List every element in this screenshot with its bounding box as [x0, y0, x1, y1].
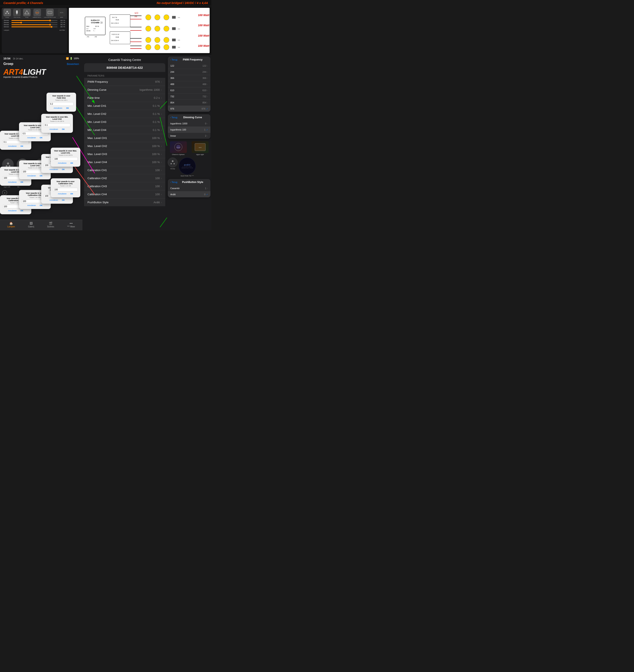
param-row-fade-time[interactable]: Fade time 0.2 s ›	[84, 94, 165, 102]
dialog-fade-ok[interactable]: OK	[65, 107, 70, 110]
max-ch1-input[interactable]	[53, 157, 78, 161]
param-row-pushbutton-style[interactable]: PushButton Style Arditi ›	[84, 199, 165, 206]
pwm-option-488[interactable]: 488 488 ›	[168, 81, 211, 87]
status-bar: 10:54 Di 14 dec. 📶 🔋 100%	[0, 55, 82, 61]
svg-text:CASAMBI: CASAMBI	[91, 22, 99, 24]
chevron-icon: ›	[161, 105, 162, 108]
signs-right-thumb[interactable]: signs signs right	[190, 141, 211, 156]
pwm-option-366[interactable]: 366 366 ›	[168, 75, 211, 81]
chevron-icon: ›	[161, 113, 162, 115]
min-ch3-ok[interactable]: OK	[39, 136, 44, 139]
pwm-option-122[interactable]: 122 122 ›	[168, 63, 211, 69]
pushbutton-option-arditi[interactable]: Arditi 0 ✓	[168, 191, 211, 198]
param-row-min.-level-ch4[interactable]: Min. Level CH4 0.1 % ›	[84, 126, 165, 134]
max-ch1-cancel[interactable]: Annuleren	[57, 162, 68, 165]
bottom-devices-row: Groep arditi LIGHTING INNOVATION Bulb RG…	[167, 156, 211, 178]
cal-ch1-dialog: Voer waarde in voor Calibration CH1 Tuss…	[51, 178, 80, 198]
cal-ch1-cancel[interactable]: Annuleren	[57, 192, 68, 195]
svg-rect-7	[48, 11, 52, 14]
svg-point-57	[164, 44, 169, 50]
pushbutton-panel: ‹ Terug PushButton Style Casambi 1 › Ard…	[168, 179, 211, 198]
chevron-icon: ›	[161, 80, 162, 83]
dimming-panel-title: Dimming Curve	[183, 116, 202, 119]
edit-button[interactable]: Bewerken	[67, 63, 79, 66]
dialog-fade-cancel[interactable]: Annuleren	[52, 107, 64, 110]
pushbutton-back-button[interactable]: ‹ Terug	[170, 181, 177, 183]
param-row-calibration-ch1[interactable]: Calibration CH1 100 ›	[84, 166, 165, 174]
max-ch1-ok[interactable]: OK	[69, 162, 75, 165]
svg-point-50	[164, 37, 169, 43]
max-ch3-cancel[interactable]: Annuleren	[26, 174, 37, 177]
max-ch3-ok[interactable]: OK	[39, 174, 44, 177]
cal-ch2-ok[interactable]: OK	[60, 199, 66, 202]
cal-ch3-ok[interactable]: OK	[39, 204, 44, 207]
param-row-calibration-ch3[interactable]: Calibration CH3 100 ›	[84, 182, 165, 190]
check-in-sphere-thumb[interactable]: sphere Check In Sphere	[168, 141, 189, 156]
device-icon-pure[interactable]: Pure move)	[13, 9, 21, 18]
dimming-option-logarithmic-1000[interactable]: logarithmic 1000 0 ›	[168, 120, 211, 127]
param-row-min.-level-ch2[interactable]: Min. Level CH2 0.1 % ›	[84, 110, 165, 118]
dimming-option-linear[interactable]: linear 2 ›	[168, 133, 211, 139]
signs-left-label: signs left	[4, 186, 10, 188]
param-row-min.-level-ch3[interactable]: Min. Level CH3 0.1 % ›	[84, 118, 165, 126]
svg-text:≡≡: ≡≡	[178, 28, 180, 30]
phone-main: 10:54 Di 14 dec. 📶 🔋 100% Groep Bewerken…	[0, 55, 82, 230]
max-ch4-ok[interactable]: OK	[19, 181, 25, 184]
device-icon-groep[interactable]: Groep	[3, 9, 11, 18]
param-row-max.-level-ch3[interactable]: Max. Level CH3 100 % ›	[84, 150, 165, 158]
pwm-option-610[interactable]: 610 610 ›	[168, 87, 211, 93]
max-ch2-ok[interactable]: OK	[60, 168, 66, 171]
nav-meer[interactable]: ••• *** Meer	[67, 222, 75, 228]
param-row-dimming-curve[interactable]: Dimming Curve logarithmic 1000 ›	[84, 86, 165, 94]
pwm-option-854[interactable]: 854 854 ›	[168, 100, 211, 106]
arditi-device-label: Bulb RGB-TW ***	[181, 175, 194, 177]
cal-ch2-cancel[interactable]: Annuleren	[48, 199, 59, 202]
nav-galerij[interactable]: 🖼 Galerij	[28, 222, 34, 228]
params-section-label: PARAMETERS	[84, 72, 165, 78]
cal-ch4-cancel[interactable]: Annuleren	[7, 209, 18, 212]
pwm-option-976[interactable]: 976 976 ✓	[168, 106, 211, 112]
dimming-back-button[interactable]: ‹ Terug	[170, 116, 177, 119]
dialog-fade-title: Voer waarde in voorFade time	[49, 95, 74, 99]
param-row-calibration-ch2[interactable]: Calibration CH2 100 ›	[84, 174, 165, 182]
pwm-option-732[interactable]: 732 732 ›	[168, 93, 211, 100]
pushbutton-option-casambi[interactable]: Casambi 1 ›	[168, 185, 211, 191]
min-ch2-input[interactable]	[44, 123, 70, 127]
min-ch2-cancel[interactable]: Annuleren	[48, 128, 59, 131]
device-icon-bulb[interactable]: 4CH 808948 DE4D...	[33, 9, 42, 18]
chevron-icon: ›	[207, 65, 208, 67]
param-row-calibration-ch4[interactable]: Calibration CH4 100 ›	[84, 190, 165, 199]
nav-scenes[interactable]: 🎬 Scènes	[47, 222, 54, 228]
min-ch3-cancel[interactable]: Annuleren	[26, 136, 37, 139]
back-chevron-icon: ‹	[170, 59, 171, 61]
min-ch2-ok[interactable]: OK	[60, 128, 66, 131]
min-ch1-cancel[interactable]: Annuleren	[7, 145, 18, 148]
param-row-max.-level-ch1[interactable]: Max. Level CH1 100 % ›	[84, 134, 165, 142]
max-ch2-cancel[interactable]: Annuleren	[48, 168, 59, 171]
dimming-option-logarithmic-100[interactable]: logarithmic 100 1 ✓	[168, 127, 211, 133]
min-ch1-ok[interactable]: OK	[19, 145, 25, 148]
device-icon-trinity[interactable]: Trinity	[23, 9, 31, 18]
param-row-max.-level-ch2[interactable]: Max. Level CH2 100 % ›	[84, 142, 165, 150]
device-icon-mos[interactable]: MOS MOS	[58, 9, 66, 18]
pwm-back-button[interactable]: ‹ Terug	[170, 59, 177, 61]
param-row-pwm-frequency[interactable]: PWM Frequency 976 ›	[84, 78, 165, 86]
cal-ch3-cancel[interactable]: Annuleren	[26, 204, 37, 207]
dialog-fade-input[interactable]	[49, 102, 74, 106]
svg-text:DALI: DALI	[87, 26, 90, 27]
pwm-frequency-panel: ‹ Terug PWM Frequency 122 122 › 244 244 …	[168, 56, 211, 112]
max-ch4-cancel[interactable]: Annuleren	[7, 181, 18, 184]
device-icon-liga[interactable]: LIGA.AR.DALI.0.249	[44, 9, 55, 18]
cal-ch1-input[interactable]	[53, 188, 78, 191]
param-row-max.-level-ch4[interactable]: Max. Level CH4 100 % ›	[84, 158, 165, 166]
cal-ch1-ok[interactable]: OK	[69, 192, 75, 195]
param-row-min.-level-ch1[interactable]: Min. Level CH1 0.1 % ›	[84, 102, 165, 110]
groep-device[interactable]: Groep	[168, 158, 177, 170]
arditi-device[interactable]: arditi LIGHTING INNOVATION Bulb RGB-TW *…	[179, 158, 196, 177]
chevron-icon: ›	[161, 169, 162, 172]
pwm-option-244[interactable]: 244 244 ›	[168, 69, 211, 75]
nav-lampen[interactable]: 🏠 Lampen	[7, 222, 15, 228]
svg-text:signs: signs	[198, 147, 201, 148]
checkmark-icon: ✓	[206, 108, 208, 110]
cal-ch4-ok[interactable]: OK	[19, 209, 25, 212]
